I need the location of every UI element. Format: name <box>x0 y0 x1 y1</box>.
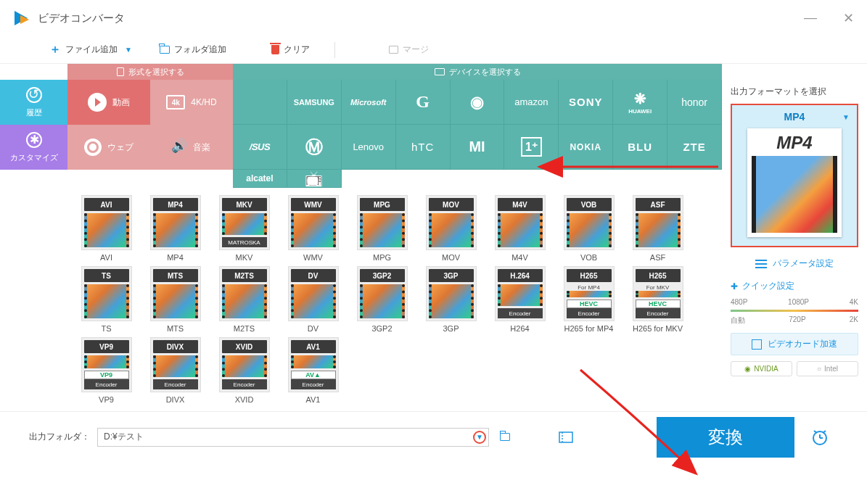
gpu-accel-label: ビデオカード加速 <box>768 338 837 350</box>
history-tab[interactable]: 履歴 <box>0 80 67 125</box>
customize-label: カスタマイズ <box>10 152 58 163</box>
format-badge: WMV <box>291 198 336 211</box>
format-m2ts[interactable]: M2TSM2TS <box>210 266 279 333</box>
format-badge: ASF <box>636 198 681 211</box>
brand-microsoft[interactable]: Microsoft <box>342 80 396 125</box>
format-label: AVI <box>100 253 112 262</box>
format-thumb-badge: MP4 <box>752 133 837 153</box>
type-4k-label: 4K/HD <box>191 97 216 107</box>
add-file-button[interactable]: ＋ ファイル追加 ▼ <box>44 39 138 60</box>
customize-tab[interactable]: カスタマイズ <box>0 125 67 170</box>
brand-asus[interactable]: /SUS <box>233 125 287 170</box>
brand-alcatel[interactable]: alcatel <box>233 170 287 188</box>
format-badge: H265 <box>567 269 612 282</box>
format-asf[interactable]: ASFASF <box>623 195 692 262</box>
open-folder-button[interactable] <box>496 430 514 445</box>
output-folder-dropdown[interactable]: ▼ <box>473 431 486 444</box>
gpu-accel-button[interactable]: ビデオカード加速 <box>731 333 858 355</box>
schedule-button[interactable] <box>802 417 838 458</box>
brand-lenovo[interactable]: Lenovo <box>342 125 396 170</box>
brand-apple[interactable] <box>233 80 287 125</box>
brand-nokia[interactable]: NOKIA <box>559 125 613 170</box>
type-4k[interactable]: 4k 4K/HD <box>150 80 233 125</box>
format-label: DV <box>308 324 319 333</box>
format-divx[interactable]: DIVXEncoderDIVX <box>141 337 210 404</box>
brand-htc[interactable]: hTC <box>396 125 451 170</box>
format-label: MPG <box>373 253 391 262</box>
select-device-tab[interactable]: デバイスを選択する <box>233 64 722 80</box>
parameter-settings-button[interactable]: パラメータ設定 <box>731 253 858 274</box>
format-xvid[interactable]: XVIDEncoderXVID <box>210 337 279 404</box>
format-thumb: MP4 <box>747 128 842 237</box>
resolution-slider[interactable]: 480P 1080P 4K 自動 720P 2K <box>731 298 858 327</box>
format-h264[interactable]: H.264EncoderH264 <box>485 266 554 333</box>
res-4k: 4K <box>850 298 858 306</box>
format-wmv[interactable]: WMVWMV <box>279 195 348 262</box>
format-badge: TS <box>84 269 129 282</box>
format-ts[interactable]: TSTS <box>72 266 141 333</box>
format-vp9[interactable]: VP9VP9EncoderVP9 <box>72 337 141 404</box>
select-format-tab[interactable]: 形式を選択する <box>67 64 233 80</box>
format-badge: 3GP <box>429 269 474 282</box>
format-3gp2[interactable]: 3GP23GP2 <box>348 266 416 333</box>
type-web[interactable]: ウェブ <box>67 125 150 170</box>
format-mov[interactable]: MOVMOV <box>416 195 485 262</box>
brand-xiaomi[interactable]: MI <box>451 125 505 170</box>
type-audio[interactable]: 音楽 <box>150 125 233 170</box>
format-av1[interactable]: AV1AV▲EncoderAV1 <box>279 337 348 404</box>
format-mkv[interactable]: MKVMATROSKAMKV <box>210 195 279 262</box>
format-h265-for-mp4[interactable]: H265For MP4HEVCEncoderH265 for MP4 <box>554 266 623 333</box>
res-720p: 720P <box>789 315 805 326</box>
chevron-down-icon[interactable]: ▼ <box>842 113 850 121</box>
gpu-nvidia[interactable]: NVIDIA <box>731 361 792 376</box>
brand-tv[interactable] <box>287 170 342 188</box>
format-label: ASF <box>650 253 665 262</box>
format-badge: M4V <box>498 198 543 211</box>
output-folder-input[interactable] <box>97 428 489 447</box>
brand-google[interactable]: G <box>396 80 451 125</box>
format-dv[interactable]: DVDV <box>279 266 348 333</box>
brand-zte[interactable]: ZTE <box>667 125 722 170</box>
svg-line-5 <box>814 431 817 433</box>
brand-huawei[interactable]: HUAWEI <box>613 80 667 125</box>
format-mpg[interactable]: MPGMPG <box>348 195 416 262</box>
format-badge: AVI <box>84 198 129 211</box>
type-video[interactable]: 動画 <box>67 80 150 125</box>
open-list-button[interactable] <box>557 430 575 445</box>
format-label: H264 <box>510 324 529 333</box>
brand-amazon[interactable]: amazon <box>504 80 559 125</box>
brand-samsung[interactable]: SAMSUNG <box>287 80 342 125</box>
gear-icon <box>26 132 42 148</box>
convert-button[interactable]: 変換 <box>657 417 794 458</box>
brand-motorola[interactable] <box>287 125 342 170</box>
minimize-button[interactable]: — <box>804 10 817 26</box>
format-h265-for-mkv[interactable]: H265For MKVHEVCEncoderH265 for MKV <box>623 266 692 333</box>
brand-sony[interactable]: SONY <box>559 80 613 125</box>
document-icon <box>117 67 124 76</box>
close-button[interactable]: ✕ <box>843 10 854 26</box>
format-mp4[interactable]: MP4MP4 <box>141 195 210 262</box>
brand-honor[interactable]: honor <box>667 80 722 125</box>
format-mts[interactable]: MTSMTS <box>141 266 210 333</box>
format-avi[interactable]: AVIAVI <box>72 195 141 262</box>
format-3gp[interactable]: 3GP3GP <box>416 266 485 333</box>
format-badge: MOV <box>429 198 474 211</box>
format-vob[interactable]: VOBVOB <box>554 195 623 262</box>
brand-oneplus[interactable] <box>504 125 559 170</box>
add-folder-button[interactable]: フォルダ追加 <box>154 41 232 59</box>
chevron-down-icon[interactable]: ▼ <box>125 46 132 54</box>
type-web-label: ウェブ <box>107 141 133 154</box>
brand-blu[interactable]: BLU <box>613 125 667 170</box>
format-m4v[interactable]: M4VM4V <box>485 195 554 262</box>
sliders-icon <box>755 260 767 268</box>
plus-icon: ＋ <box>49 42 61 57</box>
speaker-icon <box>173 141 187 154</box>
output-format-preview[interactable]: MP4 ▼ MP4 <box>731 104 858 247</box>
brand-lg[interactable] <box>451 80 505 125</box>
clear-button[interactable]: クリア <box>266 41 316 59</box>
gpu-intel[interactable]: Intel <box>797 361 858 376</box>
format-label: MKV <box>236 253 253 262</box>
parameter-settings-label: パラメータ設定 <box>773 257 834 270</box>
quick-settings-title: クイック設定 <box>731 280 858 292</box>
format-badge: H265 <box>636 269 681 282</box>
